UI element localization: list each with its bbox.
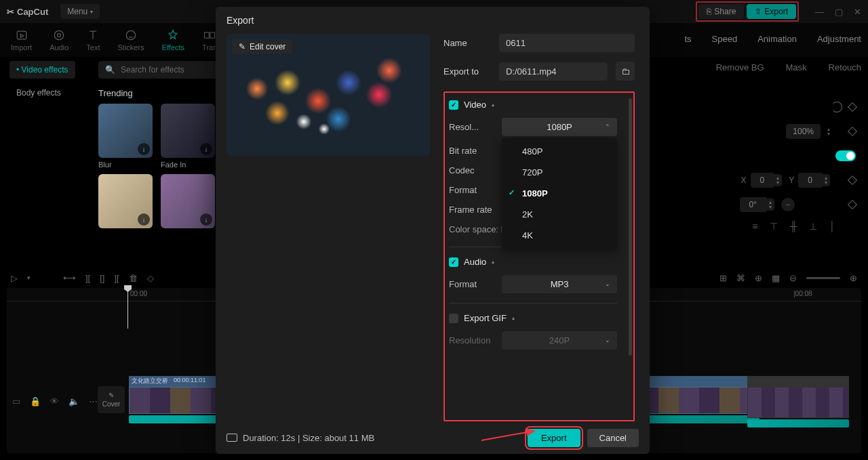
- playhead[interactable]: [127, 288, 128, 329]
- gif-section-header[interactable]: Export GIF ▴: [449, 313, 617, 323]
- zoom-in-icon[interactable]: ⊕: [850, 273, 857, 283]
- toggle-switch[interactable]: [835, 150, 856, 161]
- tab-transitions-label: Tran: [202, 43, 217, 51]
- align-icon[interactable]: ╫: [790, 221, 797, 232]
- scale-value[interactable]: 100%: [786, 124, 821, 139]
- download-icon[interactable]: ↓: [138, 213, 150, 226]
- effect-thumb[interactable]: ↓: [161, 174, 215, 228]
- minimize-button[interactable]: —: [815, 7, 824, 17]
- stepper-arrows-icon[interactable]: ▴▾: [766, 198, 774, 211]
- reset-icon[interactable]: [831, 102, 842, 112]
- tool-icon[interactable]: []: [100, 273, 104, 283]
- tab-audio[interactable]: Audio: [50, 28, 68, 51]
- keyframe-icon[interactable]: [848, 127, 857, 136]
- tool-icon[interactable]: ▦: [772, 273, 780, 283]
- retouch-button[interactable]: Retouch: [829, 62, 861, 72]
- menu-button[interactable]: Menu ▾: [60, 4, 100, 19]
- remove-bg-button[interactable]: Remove BG: [716, 62, 764, 72]
- tab-transitions[interactable]: Tran: [202, 28, 217, 51]
- browse-folder-button[interactable]: 🗀: [616, 62, 635, 81]
- option-4k[interactable]: 4K: [502, 225, 617, 246]
- tab-stickers-label: Stickers: [118, 43, 144, 51]
- track-icon[interactable]: ▭: [12, 396, 20, 406]
- minus-icon[interactable]: −: [781, 198, 795, 211]
- split-icon[interactable]: ⟷: [63, 273, 76, 283]
- position-x-stepper[interactable]: X0▴▾: [741, 173, 783, 188]
- keyframe-icon[interactable]: [848, 175, 857, 185]
- maximize-button[interactable]: ▢: [835, 7, 843, 17]
- option-1080p[interactable]: 1080P: [502, 183, 617, 204]
- resolution-select[interactable]: 1080P ⌃ 480P 720P 1080P 2K 4K: [502, 118, 617, 136]
- gif-resolution-select[interactable]: 240P ⌄: [502, 331, 617, 350]
- option-480p[interactable]: 480P: [502, 141, 617, 162]
- audio-format-select[interactable]: MP3 ⌄: [502, 275, 617, 293]
- effect-thumb[interactable]: ↓: [98, 174, 153, 228]
- tool-icon[interactable]: ⊕: [755, 273, 762, 283]
- export-path-input[interactable]: D:/0611.mp4: [499, 62, 608, 81]
- tool-icon[interactable]: ][: [114, 273, 119, 283]
- keyframe-icon[interactable]: [848, 102, 857, 112]
- tab-import[interactable]: Import: [11, 28, 32, 51]
- stepper-arrows-icon[interactable]: ▴▾: [827, 127, 830, 136]
- tab-text[interactable]: Text: [86, 28, 100, 51]
- more-icon[interactable]: ⋯: [89, 396, 98, 406]
- sidebar-body-effects[interactable]: Body effects: [9, 84, 91, 102]
- rotation-stepper[interactable]: 0°▴▾: [740, 197, 774, 212]
- align-icon[interactable]: ⊥: [809, 221, 817, 232]
- divider: [449, 303, 617, 304]
- align-icon[interactable]: ⊤: [770, 221, 778, 232]
- audio-checkbox[interactable]: ✓: [449, 257, 458, 267]
- mute-icon[interactable]: 🔈: [68, 396, 79, 406]
- align-icon[interactable]: ≡: [752, 221, 757, 232]
- eye-icon[interactable]: 👁: [50, 396, 59, 406]
- effect-thumb-fadein[interactable]: ↓: [161, 104, 215, 158]
- video-checkbox[interactable]: ✓: [449, 100, 458, 110]
- pencil-icon: ✎: [239, 42, 245, 51]
- tool-icon[interactable]: ⊞: [719, 273, 727, 283]
- pointer-tool-icon[interactable]: ▷: [11, 273, 18, 283]
- stepper-arrows-icon[interactable]: ▴▾: [822, 174, 830, 186]
- tool-icon[interactable]: ][: [85, 273, 90, 283]
- link-icon[interactable]: ⌘: [736, 273, 745, 283]
- option-2k[interactable]: 2K: [502, 204, 617, 225]
- zoom-slider[interactable]: [806, 277, 840, 279]
- cover-preview: ✎ Edit cover: [226, 34, 430, 156]
- cover-button[interactable]: ✎ Cover: [98, 386, 125, 413]
- align-icon[interactable]: │: [829, 221, 835, 232]
- tool-icon[interactable]: ◇: [147, 273, 154, 283]
- stepper-arrows-icon[interactable]: ▴▾: [774, 174, 782, 186]
- gif-section-label: Export GIF: [464, 313, 507, 323]
- export-button[interactable]: Export: [528, 429, 580, 447]
- option-720p[interactable]: 720P: [502, 162, 617, 183]
- timeline-clip[interactable]: [747, 376, 849, 423]
- inspector-tab-animation[interactable]: Animation: [757, 34, 797, 44]
- download-icon[interactable]: ↓: [200, 143, 212, 155]
- keyframe-icon[interactable]: [848, 200, 857, 209]
- mask-button[interactable]: Mask: [786, 62, 807, 72]
- inspector-tab-speed[interactable]: Speed: [712, 34, 738, 44]
- chevron-down-icon[interactable]: ▾: [27, 274, 31, 281]
- sidebar-video-effects[interactable]: • Video effects: [9, 61, 75, 79]
- audio-section-header[interactable]: ✓ Audio ▴: [449, 257, 617, 267]
- lock-icon[interactable]: 🔒: [30, 396, 41, 406]
- zoom-out-icon[interactable]: ⊖: [789, 273, 797, 283]
- video-section-header[interactable]: ✓ Video ▴: [449, 100, 617, 110]
- name-input[interactable]: 0611: [499, 34, 635, 52]
- cancel-button[interactable]: Cancel: [587, 429, 639, 447]
- gif-checkbox[interactable]: [449, 314, 458, 323]
- effect-thumb-blur[interactable]: ↓: [98, 104, 153, 158]
- position-y-stepper[interactable]: Y0▴▾: [789, 173, 830, 188]
- edit-cover-button[interactable]: ✎ Edit cover: [232, 39, 292, 54]
- share-button[interactable]: ⎘ Share: [698, 4, 744, 19]
- inspector-tab-adjustment[interactable]: Adjustment: [817, 34, 861, 44]
- edit-cover-label: Edit cover: [250, 42, 285, 51]
- download-icon[interactable]: ↓: [200, 213, 212, 226]
- inspector-tab-1[interactable]: ts: [684, 34, 691, 44]
- delete-icon[interactable]: 🗑: [129, 273, 138, 283]
- tab-effects[interactable]: Effects: [162, 28, 184, 51]
- close-button[interactable]: ✕: [854, 7, 861, 17]
- download-icon[interactable]: ↓: [138, 143, 150, 155]
- export-button-top[interactable]: ⇧ Export: [747, 4, 796, 19]
- tab-stickers[interactable]: Stickers: [118, 28, 144, 51]
- scrollbar[interactable]: [629, 98, 632, 356]
